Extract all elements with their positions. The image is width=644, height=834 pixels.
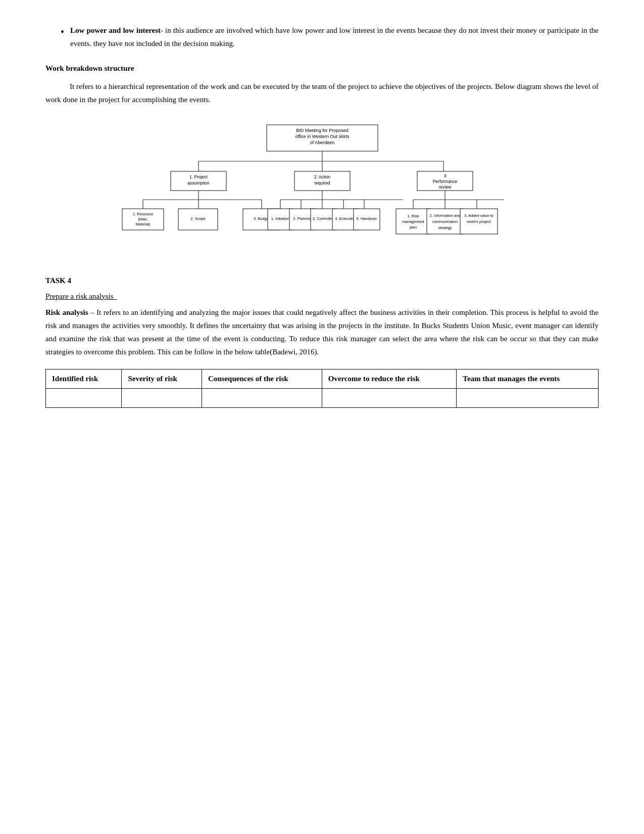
svg-text:1. Resource: 1. Resource [132,212,153,216]
svg-text:BID Meeting for Proposed: BID Meeting for Proposed [296,128,349,133]
svg-text:1. Risk: 1. Risk [407,214,419,218]
bullet-list: • Low power and low interest- in this au… [45,24,599,50]
table-header-row: Identified risk Severity of risk Consequ… [46,369,599,388]
col-identified-risk: Identified risk [46,369,122,388]
svg-text:assumption: assumption [187,180,210,186]
bullet-icon: • [61,24,64,39]
svg-text:3. Controlling: 3. Controlling [312,216,334,221]
svg-text:management: management [402,219,425,224]
svg-text:required: required [314,180,330,186]
svg-text:2. Scope: 2. Scope [190,216,206,221]
svg-text:cleint's project: cleint's project [467,219,491,224]
svg-text:communication: communication [432,219,457,224]
cell-identified-risk [46,388,122,407]
svg-text:review: review [438,184,451,190]
svg-text:4. Executing: 4. Executing [335,216,356,221]
svg-text:office in Western Out skirts: office in Western Out skirts [295,134,350,139]
col-severity: Severity of risk [122,369,202,388]
risk-bold-intro: Risk analysis [45,308,88,316]
cell-overcome [322,388,457,407]
risk-table: Identified risk Severity of risk Consequ… [45,369,599,408]
cell-team [457,388,599,407]
table-row-empty [46,388,599,407]
bullet-section: • Low power and low interest- in this au… [45,24,599,50]
col-overcome: Overcome to reduce the risk [322,369,457,388]
risk-intro-text: – It refers to an identifying and analyz… [45,308,599,356]
wbs-heading: Work breakdown structure [45,64,599,73]
list-item: • Low power and low interest- in this au… [61,24,599,50]
task4-label: TASK 4 [45,276,599,285]
svg-text:of Aberdeen: of Aberdeen [310,140,334,145]
col-team: Team that manages the events [457,369,599,388]
wbs-svg: BID Meeting for Proposed office in Weste… [115,121,529,257]
svg-text:2. Planning: 2. Planning [293,216,312,221]
svg-text:2. Information and: 2. Information and [429,213,460,218]
svg-text:3: 3 [443,173,446,178]
svg-text:(Man,: (Man, [138,217,147,221]
svg-text:1. Project: 1. Project [189,174,208,179]
svg-text:3. Added value to: 3. Added value to [464,213,493,218]
wbs-diagram: BID Meeting for Proposed office in Weste… [45,121,599,257]
svg-text:5. Handover: 5. Handover [356,216,377,221]
svg-text:plan: plan [409,225,416,229]
wbs-paragraph: It refers to a hierarchical representati… [45,80,599,107]
svg-text:Performance: Performance [432,179,457,184]
bullet-text: Low power and low interest- in this audi… [70,24,599,50]
bullet-bold: Low power and low interest [70,26,161,34]
task4-subheading: Prepare a risk analysis [45,292,599,301]
risk-paragraph: Risk analysis – It refers to an identify… [45,306,599,359]
cell-consequences [202,388,322,407]
svg-text:strategy: strategy [438,225,452,230]
svg-text:1. Initiation: 1. Initiation [271,216,289,221]
svg-text:2. Action: 2. Action [314,174,330,179]
col-consequences: Consequences of the risk [202,369,322,388]
cell-severity [122,388,202,407]
svg-text:Material): Material) [135,222,151,226]
